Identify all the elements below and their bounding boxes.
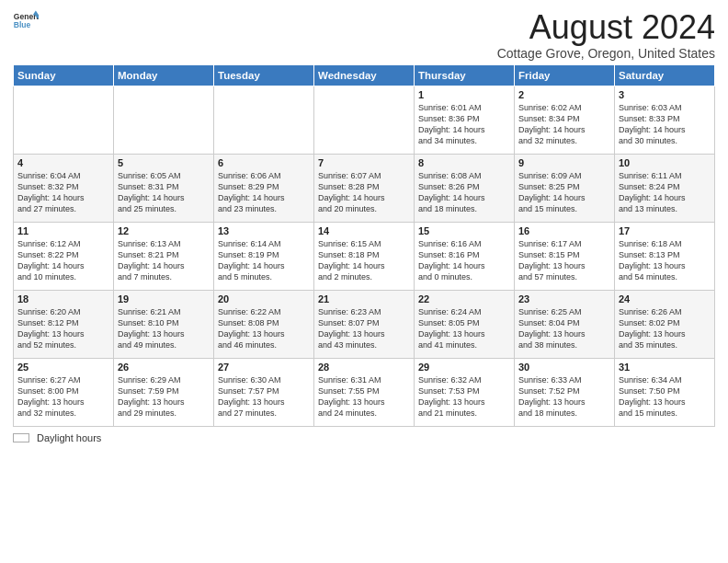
day-number: 21 — [318, 293, 410, 304]
day-cell: 22Sunrise: 6:24 AM Sunset: 8:05 PM Dayli… — [415, 290, 515, 358]
day-info: Sunrise: 6:23 AM Sunset: 8:07 PM Dayligh… — [318, 306, 410, 351]
day-number: 16 — [518, 225, 610, 236]
day-number: 19 — [118, 293, 210, 304]
day-cell: 26Sunrise: 6:29 AM Sunset: 7:59 PM Dayli… — [114, 358, 214, 426]
day-number: 3 — [619, 89, 711, 100]
header: General Blue August 2024 Cottage Grove, … — [13, 9, 715, 61]
day-cell — [314, 86, 415, 154]
day-cell: 1Sunrise: 6:01 AM Sunset: 8:36 PM Daylig… — [415, 86, 515, 154]
week-row-1: 1Sunrise: 6:01 AM Sunset: 8:36 PM Daylig… — [14, 86, 715, 154]
col-header-tuesday: Tuesday — [214, 64, 314, 86]
day-number: 30 — [518, 362, 610, 373]
day-number: 15 — [418, 225, 510, 236]
day-info: Sunrise: 6:15 AM Sunset: 8:18 PM Dayligh… — [318, 238, 410, 283]
day-info: Sunrise: 6:12 AM Sunset: 8:22 PM Dayligh… — [17, 238, 109, 283]
day-info: Sunrise: 6:02 AM Sunset: 8:34 PM Dayligh… — [518, 102, 610, 147]
week-row-5: 25Sunrise: 6:27 AM Sunset: 8:00 PM Dayli… — [14, 358, 715, 426]
day-cell: 25Sunrise: 6:27 AM Sunset: 8:00 PM Dayli… — [14, 358, 114, 426]
day-info: Sunrise: 6:16 AM Sunset: 8:16 PM Dayligh… — [418, 238, 510, 283]
day-cell: 5Sunrise: 6:05 AM Sunset: 8:31 PM Daylig… — [114, 154, 214, 222]
footer: Daylight hours — [13, 432, 715, 443]
day-info: Sunrise: 6:25 AM Sunset: 8:04 PM Dayligh… — [518, 306, 610, 351]
day-cell: 18Sunrise: 6:20 AM Sunset: 8:12 PM Dayli… — [14, 290, 114, 358]
day-cell: 17Sunrise: 6:18 AM Sunset: 8:13 PM Dayli… — [615, 222, 715, 290]
day-cell: 4Sunrise: 6:04 AM Sunset: 8:32 PM Daylig… — [14, 154, 114, 222]
day-info: Sunrise: 6:33 AM Sunset: 7:52 PM Dayligh… — [518, 374, 610, 419]
day-cell: 23Sunrise: 6:25 AM Sunset: 8:04 PM Dayli… — [515, 290, 615, 358]
day-info: Sunrise: 6:20 AM Sunset: 8:12 PM Dayligh… — [17, 306, 109, 351]
day-cell: 3Sunrise: 6:03 AM Sunset: 8:33 PM Daylig… — [615, 86, 715, 154]
day-number: 13 — [218, 225, 310, 236]
day-info: Sunrise: 6:29 AM Sunset: 7:59 PM Dayligh… — [118, 374, 210, 419]
day-number: 14 — [318, 225, 410, 236]
day-info: Sunrise: 6:03 AM Sunset: 8:33 PM Dayligh… — [619, 102, 711, 147]
page-subtitle: Cottage Grove, Oregon, United States — [497, 46, 715, 61]
day-info: Sunrise: 6:05 AM Sunset: 8:31 PM Dayligh… — [118, 170, 210, 215]
day-info: Sunrise: 6:26 AM Sunset: 8:02 PM Dayligh… — [619, 306, 711, 351]
title-block: August 2024 Cottage Grove, Oregon, Unite… — [497, 9, 715, 61]
day-cell: 2Sunrise: 6:02 AM Sunset: 8:34 PM Daylig… — [515, 86, 615, 154]
day-number: 9 — [518, 157, 610, 168]
calendar-table: SundayMondayTuesdayWednesdayThursdayFrid… — [13, 64, 715, 427]
week-row-2: 4Sunrise: 6:04 AM Sunset: 8:32 PM Daylig… — [14, 154, 715, 222]
day-number: 2 — [518, 89, 610, 100]
day-info: Sunrise: 6:04 AM Sunset: 8:32 PM Dayligh… — [17, 170, 109, 215]
col-header-thursday: Thursday — [415, 64, 515, 86]
day-cell: 24Sunrise: 6:26 AM Sunset: 8:02 PM Dayli… — [615, 290, 715, 358]
day-cell: 13Sunrise: 6:14 AM Sunset: 8:19 PM Dayli… — [214, 222, 314, 290]
day-number: 28 — [318, 362, 410, 373]
day-number: 26 — [118, 362, 210, 373]
day-cell: 29Sunrise: 6:32 AM Sunset: 7:53 PM Dayli… — [415, 358, 515, 426]
week-row-3: 11Sunrise: 6:12 AM Sunset: 8:22 PM Dayli… — [14, 222, 715, 290]
day-number: 25 — [17, 362, 109, 373]
day-cell: 21Sunrise: 6:23 AM Sunset: 8:07 PM Dayli… — [314, 290, 415, 358]
day-info: Sunrise: 6:07 AM Sunset: 8:28 PM Dayligh… — [318, 170, 410, 215]
day-cell: 19Sunrise: 6:21 AM Sunset: 8:10 PM Dayli… — [114, 290, 214, 358]
day-cell: 6Sunrise: 6:06 AM Sunset: 8:29 PM Daylig… — [214, 154, 314, 222]
day-info: Sunrise: 6:11 AM Sunset: 8:24 PM Dayligh… — [619, 170, 711, 215]
day-cell: 12Sunrise: 6:13 AM Sunset: 8:21 PM Dayli… — [114, 222, 214, 290]
page-title: August 2024 — [497, 9, 715, 46]
day-number: 12 — [118, 225, 210, 236]
day-cell — [114, 86, 214, 154]
day-info: Sunrise: 6:34 AM Sunset: 7:50 PM Dayligh… — [619, 374, 711, 419]
day-number: 20 — [218, 293, 310, 304]
day-number: 4 — [17, 157, 109, 168]
day-number: 10 — [619, 157, 711, 168]
day-info: Sunrise: 6:13 AM Sunset: 8:21 PM Dayligh… — [118, 238, 210, 283]
day-info: Sunrise: 6:01 AM Sunset: 8:36 PM Dayligh… — [418, 102, 510, 147]
day-number: 1 — [418, 89, 510, 100]
day-cell: 15Sunrise: 6:16 AM Sunset: 8:16 PM Dayli… — [415, 222, 515, 290]
day-number: 23 — [518, 293, 610, 304]
day-info: Sunrise: 6:06 AM Sunset: 8:29 PM Dayligh… — [218, 170, 310, 215]
day-number: 8 — [418, 157, 510, 168]
day-cell: 30Sunrise: 6:33 AM Sunset: 7:52 PM Dayli… — [515, 358, 615, 426]
logo-icon: General Blue — [13, 9, 39, 35]
logo: General Blue — [13, 9, 39, 35]
day-number: 5 — [118, 157, 210, 168]
day-info: Sunrise: 6:21 AM Sunset: 8:10 PM Dayligh… — [118, 306, 210, 351]
day-number: 11 — [17, 225, 109, 236]
day-info: Sunrise: 6:22 AM Sunset: 8:08 PM Dayligh… — [218, 306, 310, 351]
day-number: 17 — [619, 225, 711, 236]
day-info: Sunrise: 6:24 AM Sunset: 8:05 PM Dayligh… — [418, 306, 510, 351]
day-cell: 14Sunrise: 6:15 AM Sunset: 8:18 PM Dayli… — [314, 222, 415, 290]
col-header-saturday: Saturday — [615, 64, 715, 86]
daylight-box-icon — [13, 433, 29, 442]
day-info: Sunrise: 6:09 AM Sunset: 8:25 PM Dayligh… — [518, 170, 610, 215]
day-cell: 28Sunrise: 6:31 AM Sunset: 7:55 PM Dayli… — [314, 358, 415, 426]
day-cell: 16Sunrise: 6:17 AM Sunset: 8:15 PM Dayli… — [515, 222, 615, 290]
day-cell: 7Sunrise: 6:07 AM Sunset: 8:28 PM Daylig… — [314, 154, 415, 222]
day-info: Sunrise: 6:08 AM Sunset: 8:26 PM Dayligh… — [418, 170, 510, 215]
day-info: Sunrise: 6:31 AM Sunset: 7:55 PM Dayligh… — [318, 374, 410, 419]
day-number: 22 — [418, 293, 510, 304]
day-cell: 8Sunrise: 6:08 AM Sunset: 8:26 PM Daylig… — [415, 154, 515, 222]
col-header-monday: Monday — [114, 64, 214, 86]
col-header-wednesday: Wednesday — [314, 64, 415, 86]
day-number: 24 — [619, 293, 711, 304]
day-info: Sunrise: 6:14 AM Sunset: 8:19 PM Dayligh… — [218, 238, 310, 283]
day-cell: 20Sunrise: 6:22 AM Sunset: 8:08 PM Dayli… — [214, 290, 314, 358]
day-info: Sunrise: 6:30 AM Sunset: 7:57 PM Dayligh… — [218, 374, 310, 419]
day-cell — [214, 86, 314, 154]
day-number: 29 — [418, 362, 510, 373]
